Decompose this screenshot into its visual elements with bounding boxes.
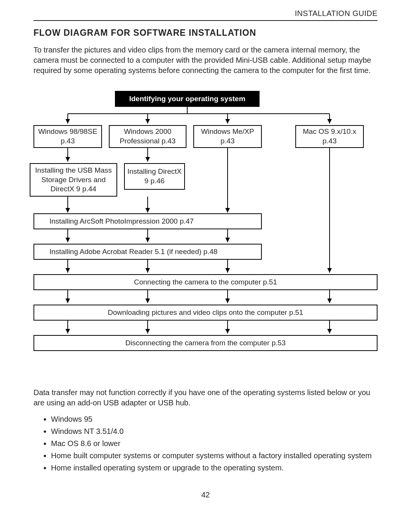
step-arcsoft: Installing ArcSoft PhotoImpression 2000 … xyxy=(33,213,262,229)
step-directx: Installing DirectX 9 p.46 xyxy=(124,163,185,190)
list-item: Mac OS 8.6 or lower xyxy=(51,438,378,449)
os-box-win98: Windows 98/98SE p.43 xyxy=(33,125,102,148)
step-usb-drivers: Installing the USB Mass Storage Drivers … xyxy=(30,163,117,197)
diagram-root-box: Identifying your operating system xyxy=(115,91,260,107)
os-box-winme-xp: Windows Me/XP p.43 xyxy=(193,125,262,148)
page: INSTALLATION GUIDE FLOW DIAGRAM FOR SOFT… xyxy=(33,9,378,496)
os-box-macos: Mac OS 9.x/10.x p.43 xyxy=(295,125,364,148)
list-item: Windows NT 3.51/4.0 xyxy=(51,426,378,437)
list-item: Home built computer systems or computer … xyxy=(51,450,378,461)
page-number: 42 xyxy=(33,491,378,499)
os-box-win2000: Windows 2000 Professional p.43 xyxy=(109,125,186,148)
outro-paragraph: Data transfer may not function correctly… xyxy=(33,387,378,408)
unsupported-list: Windows 95 Windows NT 3.51/4.0 Mac OS 8.… xyxy=(33,413,378,473)
doc-label: INSTALLATION GUIDE xyxy=(295,9,378,17)
list-item: Windows 95 xyxy=(51,413,378,425)
header-bar: INSTALLATION GUIDE xyxy=(33,9,378,21)
flow-diagram: Identifying your operating system Window… xyxy=(33,91,378,365)
step-connect: Connecting the camera to the computer p.… xyxy=(33,274,378,290)
step-disconnect: Disconnecting the camera from the comput… xyxy=(33,335,378,351)
list-item: Home installed operating system or upgra… xyxy=(51,462,378,473)
section-title: FLOW DIAGRAM FOR SOFTWARE INSTALLATION xyxy=(33,28,378,38)
step-acrobat: Installing Adobe Acrobat Reader 5.1 (if … xyxy=(33,244,262,260)
step-download: Downloading pictures and video clips ont… xyxy=(33,305,378,321)
intro-paragraph: To transfer the pictures and video clips… xyxy=(33,45,378,76)
